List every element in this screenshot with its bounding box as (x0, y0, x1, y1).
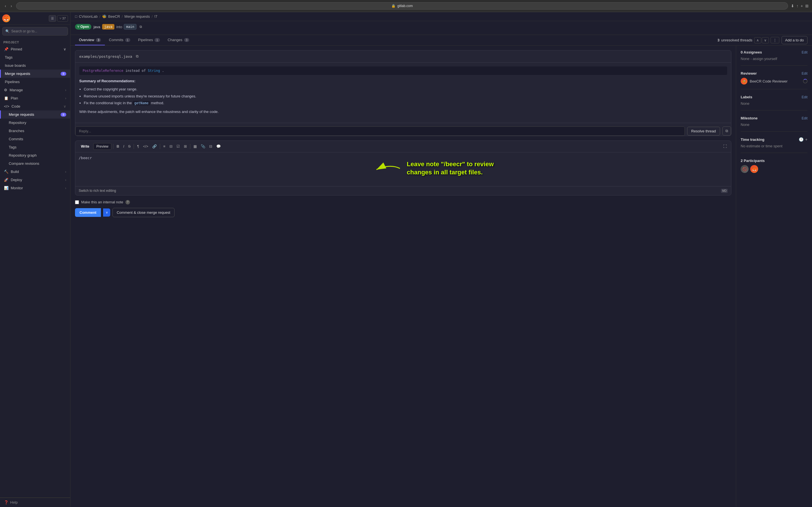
sidebar-group-code[interactable]: </> Code ∨ (0, 102, 70, 110)
back-button[interactable]: ‹ (3, 3, 8, 9)
monitor-icon: 📊 (4, 186, 8, 190)
sidebar-item-repository[interactable]: Repository (0, 119, 70, 127)
sidebar-item-commits[interactable]: Commits (0, 135, 70, 143)
url-bar[interactable]: 🔒 gitlab.com (16, 2, 788, 10)
bold-button[interactable]: B (115, 144, 120, 149)
sidebar-item-issue-boards[interactable]: Issue boards (0, 61, 70, 69)
deploy-chevron: › (65, 178, 66, 182)
project-section-label: Project (0, 38, 70, 45)
copy-filepath-button[interactable]: ⧉ (135, 53, 140, 59)
heading-button[interactable]: ¶ (136, 144, 140, 149)
sidebar-item-pipelines[interactable]: Pipelines (0, 78, 70, 86)
tab-commits[interactable]: Commits 1 (105, 35, 134, 45)
url-text: gitlab.com (397, 4, 413, 8)
copy-branch-button[interactable]: ⧉ (138, 24, 144, 30)
share-button[interactable]: ↑ (797, 4, 799, 8)
manage-icon: ⚙ (4, 88, 7, 92)
reviewer-name: BeeCR Code Reviewer (750, 79, 788, 83)
reviewer-edit-link[interactable]: Edit (802, 71, 808, 75)
forward-button[interactable]: › (9, 3, 13, 9)
next-thread-button[interactable]: ∨ (762, 37, 769, 43)
sidebar-item-compare-revisions[interactable]: Compare revisions (0, 159, 70, 168)
fullscreen-button[interactable]: ⛶ (722, 144, 728, 149)
breadcrumb-section[interactable]: Merge requests (124, 14, 150, 18)
tab-overview[interactable]: Overview 3 (75, 35, 105, 45)
link-button[interactable]: 🔗 (151, 144, 158, 149)
time-add-button[interactable]: + (805, 137, 808, 142)
milestone-edit-link[interactable]: Edit (802, 116, 808, 120)
breadcrumb-project[interactable]: BeeCR (108, 14, 120, 18)
manage-label: Manage (10, 88, 23, 92)
new-tab-button[interactable]: + (801, 4, 803, 8)
branch-from-tag[interactable]: java (102, 24, 115, 30)
sidebar-group-build[interactable]: 🔨 Build › (0, 168, 70, 176)
indent-button[interactable]: ⊞ (183, 144, 188, 149)
sidebar-group-manage[interactable]: ⚙ Manage › (0, 86, 70, 94)
attach-button[interactable]: 📎 (199, 144, 207, 149)
close-mr-button[interactable]: Comment & close merge request (112, 208, 174, 217)
switch-editing-link[interactable]: Switch to rich text editing (79, 189, 116, 193)
time-clock-button[interactable]: 🕐 (799, 137, 804, 142)
sidebar-group-monitor[interactable]: 📊 Monitor › (0, 184, 70, 192)
thread-action-button[interactable]: ⧉ (722, 126, 731, 135)
tab-changes[interactable]: Changes 3 (164, 35, 193, 45)
gitlab-logo[interactable]: 🦊 (2, 14, 10, 22)
editor-toolbar: Write Preview B I S ¶ </> 🔗 ≡ ⊟ ☑ (75, 141, 731, 152)
code-button[interactable]: </> (142, 144, 150, 149)
comment-textarea[interactable]: /beecr (79, 156, 728, 178)
help-item[interactable]: ❓ Help (0, 498, 70, 507)
bullet-list-button[interactable]: ≡ (162, 144, 167, 149)
thread-body: PostgreRoleReference instead of String .… (75, 62, 731, 119)
time-tracking-section: Time tracking 🕐 + No estimate or time sp… (741, 137, 808, 153)
labels-edit-link[interactable]: Edit (802, 95, 808, 99)
sidebar-group-deploy[interactable]: 🚀 Deploy › (0, 176, 70, 184)
collapsible-button[interactable]: ⊟ (208, 144, 214, 149)
sidebar-item-tags-code[interactable]: Tags (0, 143, 70, 151)
tab-changes-label: Changes (168, 38, 183, 42)
comment-dropdown-button[interactable]: ∨ (103, 209, 110, 217)
internal-note-help-icon[interactable]: ? (125, 200, 130, 205)
sidebar-item-branches[interactable]: Branches (0, 127, 70, 135)
merge-requests-label: Merge requests (5, 71, 30, 76)
merge-requests-icon-button[interactable]: ⑂ 37 (57, 15, 68, 22)
pipelines-label: Pipelines (5, 80, 20, 84)
tab-commits-badge: 1 (125, 38, 130, 42)
ordered-list-button[interactable]: ⊟ (168, 144, 174, 149)
comment-button[interactable]: Comment (75, 208, 101, 217)
sidebar-item-tags[interactable]: Tags (0, 53, 70, 61)
internal-note-checkbox[interactable] (75, 200, 79, 204)
reviewer-status (803, 79, 808, 83)
italic-button[interactable]: I (122, 144, 126, 149)
breadcrumb-org[interactable]: CVisionLab (79, 14, 98, 18)
reply-input[interactable] (75, 126, 685, 136)
download-button[interactable]: ⬇ (791, 4, 794, 8)
search-bar[interactable]: 🔍 Search or go to... (2, 27, 68, 36)
reviewer-header: Reviewer Edit (741, 71, 808, 75)
sidebar-item-repository-graph[interactable]: Repository graph (0, 151, 70, 159)
sidebar-toggle-button[interactable]: ☰ (49, 15, 56, 22)
assignees-edit-link[interactable]: Edit (802, 50, 808, 54)
strikethrough-button[interactable]: S (127, 144, 132, 149)
windows-button[interactable]: ⊞ (805, 4, 809, 8)
task-list-button[interactable]: ☑ (175, 144, 181, 149)
reviewer-title: Reviewer (741, 71, 757, 75)
tab-pipelines[interactable]: Pipelines 1 (134, 35, 164, 45)
comment-template-button[interactable]: 💬 (215, 144, 222, 149)
prev-thread-button[interactable]: ∧ (754, 37, 761, 43)
build-label: Build (11, 170, 19, 174)
pinned-header[interactable]: 📌 Pinned ∨ (0, 45, 70, 53)
tab-commits-label: Commits (109, 38, 123, 42)
more-options-button[interactable]: ⋮ (770, 37, 779, 43)
comment-thread: examples/postgresql.java ⧉ PostgreRoleRe… (75, 50, 731, 136)
branch-to-tag[interactable]: main (124, 24, 137, 30)
monitor-label: Monitor (11, 186, 23, 190)
sidebar-item-code-merge-requests[interactable]: Merge requests 8 (0, 110, 70, 119)
table-button[interactable]: ▦ (192, 144, 198, 149)
add-todo-button[interactable]: Add a to do (781, 36, 808, 44)
editor-tab-write[interactable]: Write (78, 144, 92, 150)
sidebar-group-plan[interactable]: 📋 Plan › (0, 94, 70, 102)
editor-tab-preview[interactable]: Preview (93, 143, 112, 150)
sidebar-item-merge-requests[interactable]: Merge requests 8 (0, 69, 70, 78)
internal-note-label: Make this an internal note (81, 200, 123, 204)
resolve-thread-button[interactable]: Resolve thread (687, 127, 720, 135)
